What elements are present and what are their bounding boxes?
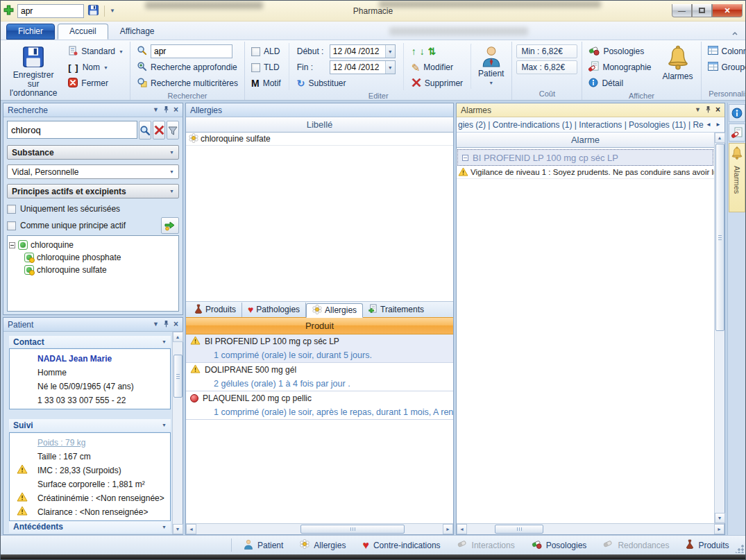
securisees-check-row[interactable]: Uniquement les sécurisées (7, 203, 179, 215)
debut-date-field[interactable]: 12 /04 /2012▼ (330, 44, 396, 58)
allergy-row[interactable]: chloroquine sulfate (186, 133, 453, 146)
collapse-group-icon[interactable] (462, 155, 468, 161)
scroll-down-icon[interactable]: ▼ (173, 524, 183, 534)
database-dropdown[interactable]: Vidal, Personnelle▼ (7, 164, 179, 179)
scroll-thumb[interactable] (173, 355, 183, 398)
alarm-category-tabs[interactable]: gies (2) | Contre-indications (1) | Inte… (457, 117, 724, 133)
filter-button[interactable] (167, 121, 179, 139)
product-row[interactable]: BI PROFENID LP 100 mg cp séc LP 1 compri… (186, 334, 453, 363)
suivi-section-header[interactable]: Suivi▼ (9, 419, 171, 431)
tabs-scroll-right-icon[interactable]: ► (713, 121, 723, 128)
save-icon[interactable] (87, 4, 99, 18)
fermer-button[interactable]: Fermer (66, 76, 126, 90)
ald-checkbox-row[interactable]: ALD (249, 44, 283, 58)
produit-column-header[interactable]: Produit (186, 317, 453, 334)
recherche-multicriteres-button[interactable]: Recherche multicritères (135, 76, 240, 90)
debut-date-dropdown[interactable]: ▼ (385, 45, 395, 58)
scroll-thumb[interactable] (300, 525, 405, 534)
groupes-button[interactable]: Groupes (706, 60, 746, 74)
tab-traitements[interactable]: Traitements (363, 303, 430, 317)
product-name-row[interactable]: DOLIPRANE 500 mg gél (186, 363, 453, 377)
collapse-node-icon[interactable] (9, 242, 15, 248)
save-ordonnance-button[interactable]: Enregistrer sur l'ordonnance (6, 43, 60, 100)
alarm-tabs-text[interactable]: gies (2) | Contre-indications (1) | Inte… (458, 120, 704, 130)
scroll-left-icon[interactable]: ◄ (186, 524, 196, 534)
detail-button[interactable]: Détail (586, 76, 653, 90)
nom-button[interactable]: [ ] Nom▼ (66, 60, 126, 74)
search-button[interactable] (139, 121, 151, 139)
alarm-row[interactable]: Vigilance de niveau 1 : Soyez prudents. … (457, 166, 714, 179)
products-hscrollbar[interactable]: ◄ ► (186, 523, 453, 534)
pin-icon[interactable] (163, 320, 169, 329)
tab-affichage[interactable]: Affichage (108, 24, 167, 40)
product-name-row[interactable]: BI PROFENID LP 100 mg cp séc LP (186, 334, 453, 348)
scroll-up-icon[interactable]: ▲ (715, 133, 725, 143)
collapse-ribbon-icon[interactable] (731, 29, 738, 36)
product-posology[interactable]: 2 gélules (orale) 1 à 4 fois par jour . (186, 377, 453, 391)
standard-button[interactable]: Standard▼ (66, 44, 126, 58)
maximize-button[interactable] (692, 4, 712, 17)
tld-checkbox[interactable] (251, 63, 260, 72)
scroll-thumb[interactable] (715, 144, 724, 331)
tree-node-child[interactable]: chloroquine phosphate (9, 251, 177, 264)
minimize-button[interactable]: — (672, 4, 692, 17)
fin-date-field[interactable]: 12 /04 /2012▼ (330, 60, 396, 74)
dock-detail-button[interactable] (729, 104, 745, 122)
status-patient[interactable]: Patient (244, 539, 283, 552)
resize-grip[interactable] (736, 545, 744, 553)
tab-produits[interactable]: Produits (189, 303, 242, 317)
poids-row[interactable]: Poids : 79 kg (10, 436, 170, 450)
tree-node-child[interactable]: chloroquine sulfate (9, 264, 177, 276)
pin-icon[interactable] (705, 105, 711, 114)
status-allergies[interactable]: Allergies (300, 539, 346, 551)
principes-dropdown[interactable]: Principes actifs et excipients▼ (7, 184, 179, 198)
tab-accueil[interactable]: Accueil (58, 24, 108, 40)
antecedents-section-header[interactable]: Antécédents▼ (9, 521, 171, 533)
close-icon[interactable]: × (173, 321, 178, 328)
tree-node-root[interactable]: chloroquine (9, 239, 177, 251)
poids-link[interactable]: Poids : 79 kg (37, 438, 85, 448)
move-down-icon[interactable]: ↓ (420, 46, 425, 56)
modifier-button[interactable]: ✎Modifier (409, 60, 465, 74)
ald-checkbox[interactable] (251, 47, 260, 56)
patient-button[interactable]: Patient ▼ (471, 43, 507, 90)
product-row[interactable]: DOLIPRANE 500 mg gél 2 gélules (orale) 1… (186, 363, 453, 391)
scroll-right-icon[interactable]: ► (714, 524, 724, 534)
recherche-approfondie-button[interactable]: Recherche approfondie (135, 60, 240, 74)
scroll-up-icon[interactable]: ▲ (173, 332, 183, 342)
move-both-icon[interactable]: ⇅ (428, 46, 436, 56)
alarm-hscrollbar[interactable]: ◄ ► (457, 523, 724, 534)
tab-pathologies[interactable]: ♥ Pathologies (242, 303, 306, 317)
dock-monographie-button[interactable] (729, 124, 745, 142)
securisees-checkbox[interactable] (7, 205, 16, 214)
libelle-column-header[interactable]: Libellé (186, 117, 453, 133)
clear-search-button[interactable] (153, 121, 165, 139)
search-type-dropdown[interactable]: Substance▼ (7, 145, 179, 160)
qat-dropdown-icon[interactable]: ▼ (110, 8, 115, 14)
posologies-button[interactable]: Posologies (586, 44, 653, 58)
alarme-column-header[interactable]: Alarme (457, 133, 714, 148)
fin-date-dropdown[interactable]: ▼ (385, 61, 395, 74)
alarm-group-row[interactable]: BI PROFENID LP 100 mg cp séc LP (457, 149, 713, 166)
panel-menu-icon[interactable]: ▼ (695, 107, 701, 113)
move-up-icon[interactable]: ↑ (412, 46, 416, 56)
close-icon[interactable]: × (173, 107, 178, 113)
ribbon-search-input[interactable] (151, 44, 232, 58)
product-row[interactable]: PLAQUENIL 200 mg cp pellic 1 comprimé (o… (186, 391, 453, 420)
scroll-down-icon[interactable]: ▼ (715, 513, 725, 523)
tld-checkbox-row[interactable]: TLD (249, 60, 283, 74)
colonnes-button[interactable]: Colonnes (706, 44, 746, 58)
status-posologies[interactable]: Posologies (532, 540, 587, 551)
scroll-thumb[interactable] (495, 525, 543, 534)
product-posology[interactable]: 1 comprimé (orale) le soir, après le rep… (186, 405, 453, 420)
contact-section-header[interactable]: Contact▼ (9, 336, 171, 348)
status-interactions[interactable]: Interactions (457, 540, 515, 551)
app-plus-icon[interactable] (3, 5, 14, 17)
status-produits[interactable]: Produits (686, 539, 729, 551)
principe-actif-checkbox[interactable] (7, 221, 16, 230)
substituer-button[interactable]: ↻Substituer (295, 76, 398, 90)
close-icon[interactable]: × (715, 107, 720, 113)
substance-search-input[interactable] (7, 121, 137, 139)
dock-alarmes-tab[interactable]: Alarmes (729, 143, 745, 212)
tabs-scroll-left-icon[interactable]: ◄ (704, 121, 713, 128)
